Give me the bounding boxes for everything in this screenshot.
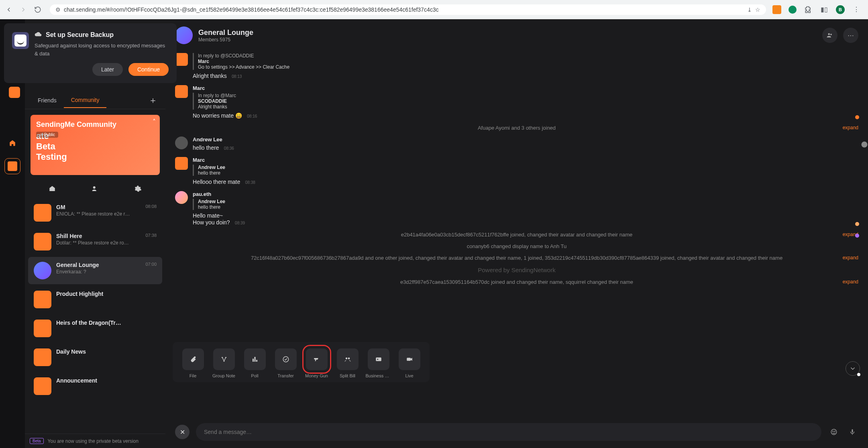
app-logo-icon [9, 87, 20, 98]
back-button[interactable] [3, 4, 14, 15]
browser-menu-icon[interactable]: ⋮ [852, 5, 861, 14]
svg-point-17 [831, 429, 837, 435]
continue-button[interactable]: Continue [128, 63, 169, 76]
modal-avatar [12, 32, 29, 49]
voice-button[interactable] [846, 426, 858, 438]
beta-badge: Beta [30, 438, 44, 444]
system-event: conanyb6 changed display name to Anh Tu [175, 243, 858, 249]
system-event: e2b41a4fa06e0a03cb15decf867c5211f762bffe… [175, 232, 858, 238]
rail-community-icon[interactable] [4, 158, 20, 174]
msg-avatar[interactable] [175, 53, 188, 66]
attach-group-note[interactable]: Group Note [208, 348, 239, 378]
file-icon [182, 348, 204, 370]
room-title: General Lounge [198, 29, 253, 37]
url-bar[interactable]: ⚙ chat.sending.me/#/room/!OtHFFcocQDa26J… [50, 4, 766, 15]
banner-settings-icon[interactable] [133, 184, 143, 193]
community-banner[interactable]: ˄ SendingMe Community ☆ Public ate Beta … [31, 115, 160, 175]
room-general-lounge[interactable]: General Lounge07:00 Enverkaraa: ? [28, 257, 162, 284]
chat-messages[interactable]: In reply to @SCODADDIE Marc Go to settin… [165, 51, 868, 416]
banner-invite-icon[interactable] [90, 184, 100, 193]
room-announcement[interactable]: Announcement [28, 373, 162, 400]
sidebar-tabs: Friends Community ＋ [25, 92, 165, 109]
event-marker-icon [855, 115, 859, 119]
expand-button[interactable]: expand [843, 255, 858, 261]
attach-file[interactable]: File [177, 348, 208, 378]
room-avatar [34, 204, 51, 222]
system-event: Afuape Ayomi and 3 others joined expand [175, 125, 858, 131]
banner-home-icon[interactable] [47, 184, 57, 193]
svg-point-12 [345, 358, 347, 360]
more-button[interactable]: ⋯ [843, 28, 858, 43]
room-avatar [34, 291, 51, 308]
room-avatar [34, 320, 51, 337]
powered-by-text: Powered by SendingNetwork [175, 267, 858, 273]
tab-community[interactable]: Community [64, 93, 107, 108]
close-attachment-button[interactable]: ✕ [175, 425, 189, 439]
svg-point-7 [223, 360, 224, 362]
reload-button[interactable] [32, 4, 43, 15]
attach-money-gun[interactable]: Money Gun [301, 348, 332, 378]
forward-button[interactable] [18, 4, 29, 15]
browser-profile-icon[interactable]: B [836, 5, 845, 14]
main-chat: General Lounge Members 5975 ⋯ In reply t… [165, 19, 868, 448]
cloud-icon [35, 31, 42, 39]
msg-avatar[interactable] [175, 85, 188, 98]
extensions-icon[interactable] [804, 5, 813, 14]
room-header-avatar[interactable] [175, 26, 193, 44]
attach-live[interactable]: Live [394, 348, 425, 378]
room-shill-here[interactable]: Shill Here07:38 Dotilar: ** Please resto… [28, 228, 162, 255]
event-marker-icon [855, 234, 859, 238]
banner-public-pill: ☆ Public [36, 132, 58, 138]
system-event: e3d2ff987e57caea1530951164b570dc joined … [175, 279, 858, 285]
emoji-button[interactable] [828, 426, 840, 438]
svg-rect-20 [852, 429, 853, 432]
beta-text: You are now using the private beta versi… [48, 438, 139, 444]
room-avatar [34, 233, 51, 250]
room-list[interactable]: GM08:08 ENIOLA: ** Please restore e2e r…… [25, 198, 165, 434]
install-app-icon[interactable]: ⤓ [747, 6, 752, 13]
split-bill-icon [337, 348, 359, 370]
poll-icon [244, 348, 266, 370]
attach-poll[interactable]: Poll [239, 348, 270, 378]
expand-button[interactable]: expand [843, 279, 858, 285]
grammarly-extension-icon[interactable] [789, 6, 797, 14]
later-button[interactable]: Later [92, 63, 123, 76]
attach-split-bill[interactable]: Split Bill [332, 348, 363, 378]
room-product-highlight[interactable]: Product Highlight [28, 286, 162, 313]
attach-business-card[interactable]: Business C… [363, 348, 394, 378]
svg-point-3 [830, 34, 832, 35]
members-button[interactable] [822, 28, 837, 43]
system-event: 72c16f48a027b60ec97f005686736b27867ada9d… [175, 255, 858, 261]
room-gm[interactable]: GM08:08 ENIOLA: ** Please restore e2e r… [28, 199, 162, 226]
room-avatar [34, 262, 51, 279]
svg-point-11 [283, 356, 289, 362]
room-members-count: Members 5975 [198, 37, 253, 43]
metamask-extension-icon[interactable] [772, 5, 781, 14]
expand-button[interactable]: expand [843, 125, 858, 130]
money-gun-icon [306, 348, 328, 370]
banner-collapse-icon[interactable]: ˄ [153, 118, 156, 126]
svg-rect-8 [253, 359, 254, 362]
add-community-button[interactable]: ＋ [149, 94, 160, 106]
rail-home-icon[interactable] [4, 135, 20, 151]
tab-friends[interactable]: Friends [31, 93, 64, 108]
site-info-icon[interactable]: ⚙ [55, 6, 61, 13]
msg-avatar[interactable] [175, 136, 188, 149]
sidebar: Friends Community ＋ ˄ SendingMe Communit… [25, 19, 165, 448]
message-input[interactable]: Send a message… [196, 423, 821, 441]
svg-point-15 [377, 359, 378, 360]
modal-text: Safeguard against losing access to encry… [35, 42, 169, 57]
browser-toolbar: ⚙ chat.sending.me/#/room/!OtHFFcocQDa26J… [0, 0, 868, 19]
msg-avatar[interactable] [175, 191, 188, 204]
svg-rect-10 [256, 360, 257, 362]
room-daily-news[interactable]: Daily News [28, 344, 162, 371]
msg-avatar[interactable] [175, 157, 188, 170]
scroll-to-bottom-button[interactable] [846, 361, 860, 376]
room-heirs-of-dragon[interactable]: Heirs of the Dragon(Tr… [28, 315, 162, 342]
sidepanel-icon[interactable]: ▮▯ [820, 5, 829, 14]
beta-bar: Beta You are now using the private beta … [25, 434, 165, 448]
svg-point-4 [862, 142, 868, 148]
attach-transfer[interactable]: Transfer [270, 348, 301, 378]
svg-point-13 [348, 358, 350, 360]
bookmark-icon[interactable]: ☆ [755, 6, 760, 13]
